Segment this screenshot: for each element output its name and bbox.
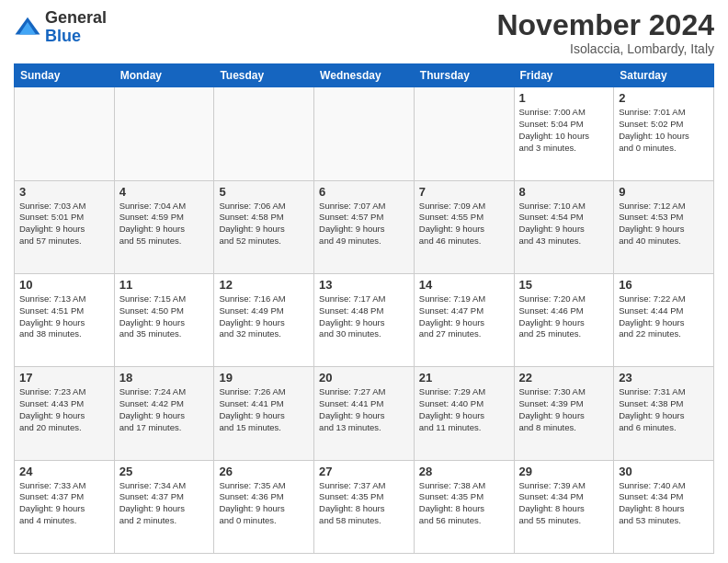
day-number: 23 xyxy=(619,371,709,385)
weekday-header-thursday: Thursday xyxy=(414,64,514,87)
weekday-header-row: SundayMondayTuesdayWednesdayThursdayFrid… xyxy=(15,64,714,87)
day-number: 1 xyxy=(519,91,609,105)
day-info: Sunrise: 7:37 AM Sunset: 4:35 PM Dayligh… xyxy=(319,480,409,527)
week-row-4: 17Sunrise: 7:23 AM Sunset: 4:43 PM Dayli… xyxy=(15,367,714,460)
calendar-cell: 8Sunrise: 7:10 AM Sunset: 4:54 PM Daylig… xyxy=(514,180,614,273)
day-number: 29 xyxy=(519,465,609,478)
calendar-cell: 4Sunrise: 7:04 AM Sunset: 4:59 PM Daylig… xyxy=(114,180,214,273)
weekday-header-saturday: Saturday xyxy=(614,64,714,87)
logo-text: General Blue xyxy=(45,9,107,46)
day-info: Sunrise: 7:35 AM Sunset: 4:36 PM Dayligh… xyxy=(219,480,309,527)
day-info: Sunrise: 7:19 AM Sunset: 4:47 PM Dayligh… xyxy=(419,293,509,340)
day-info: Sunrise: 7:33 AM Sunset: 4:37 PM Dayligh… xyxy=(19,480,109,527)
calendar-cell: 22Sunrise: 7:30 AM Sunset: 4:39 PM Dayli… xyxy=(514,367,614,460)
day-info: Sunrise: 7:17 AM Sunset: 4:48 PM Dayligh… xyxy=(319,293,409,340)
week-row-2: 3Sunrise: 7:03 AM Sunset: 5:01 PM Daylig… xyxy=(15,180,714,273)
day-info: Sunrise: 7:27 AM Sunset: 4:41 PM Dayligh… xyxy=(319,386,409,433)
day-info: Sunrise: 7:01 AM Sunset: 5:02 PM Dayligh… xyxy=(619,107,709,154)
day-info: Sunrise: 7:03 AM Sunset: 5:01 PM Dayligh… xyxy=(19,201,109,247)
day-number: 3 xyxy=(19,185,109,199)
day-number: 15 xyxy=(519,278,609,292)
day-info: Sunrise: 7:15 AM Sunset: 4:50 PM Dayligh… xyxy=(119,293,210,340)
calendar-cell xyxy=(214,87,314,180)
weekday-header-wednesday: Wednesday xyxy=(314,64,415,87)
day-info: Sunrise: 7:13 AM Sunset: 4:51 PM Dayligh… xyxy=(19,293,109,340)
calendar-cell: 2Sunrise: 7:01 AM Sunset: 5:02 PM Daylig… xyxy=(614,87,714,180)
day-number: 21 xyxy=(419,371,509,385)
calendar-cell: 27Sunrise: 7:37 AM Sunset: 4:35 PM Dayli… xyxy=(314,460,415,553)
day-number: 27 xyxy=(319,465,409,478)
logo-icon xyxy=(14,14,41,41)
calendar-cell: 1Sunrise: 7:00 AM Sunset: 5:04 PM Daylig… xyxy=(514,87,614,180)
day-number: 18 xyxy=(119,371,210,385)
day-number: 9 xyxy=(619,185,709,199)
day-number: 4 xyxy=(119,185,210,199)
day-info: Sunrise: 7:12 AM Sunset: 4:53 PM Dayligh… xyxy=(619,201,709,247)
day-number: 30 xyxy=(619,465,709,478)
day-info: Sunrise: 7:06 AM Sunset: 4:58 PM Dayligh… xyxy=(219,201,309,247)
day-number: 2 xyxy=(619,91,709,105)
weekday-header-tuesday: Tuesday xyxy=(214,64,314,87)
calendar-cell: 5Sunrise: 7:06 AM Sunset: 4:58 PM Daylig… xyxy=(214,180,314,273)
page: General Blue November 2024 Isolaccia, Lo… xyxy=(0,0,728,563)
day-number: 14 xyxy=(419,278,509,292)
calendar-cell: 21Sunrise: 7:29 AM Sunset: 4:40 PM Dayli… xyxy=(414,367,514,460)
week-row-5: 24Sunrise: 7:33 AM Sunset: 4:37 PM Dayli… xyxy=(15,460,714,553)
calendar-cell: 16Sunrise: 7:22 AM Sunset: 4:44 PM Dayli… xyxy=(614,273,714,366)
day-number: 25 xyxy=(119,465,210,478)
calendar-cell: 18Sunrise: 7:24 AM Sunset: 4:42 PM Dayli… xyxy=(114,367,214,460)
day-number: 22 xyxy=(519,371,609,385)
day-number: 17 xyxy=(19,371,109,385)
day-number: 11 xyxy=(119,278,210,292)
day-number: 12 xyxy=(219,278,309,292)
location: Isolaccia, Lombardy, Italy xyxy=(496,41,714,56)
day-number: 20 xyxy=(319,371,409,385)
calendar-cell xyxy=(114,87,214,180)
calendar-cell: 25Sunrise: 7:34 AM Sunset: 4:37 PM Dayli… xyxy=(114,460,214,553)
calendar-cell: 26Sunrise: 7:35 AM Sunset: 4:36 PM Dayli… xyxy=(214,460,314,553)
day-info: Sunrise: 7:07 AM Sunset: 4:57 PM Dayligh… xyxy=(319,201,409,247)
calendar-cell: 6Sunrise: 7:07 AM Sunset: 4:57 PM Daylig… xyxy=(314,180,415,273)
day-number: 8 xyxy=(519,185,609,199)
calendar-cell: 19Sunrise: 7:26 AM Sunset: 4:41 PM Dayli… xyxy=(214,367,314,460)
calendar-cell: 24Sunrise: 7:33 AM Sunset: 4:37 PM Dayli… xyxy=(15,460,115,553)
weekday-header-sunday: Sunday xyxy=(15,64,115,87)
day-info: Sunrise: 7:10 AM Sunset: 4:54 PM Dayligh… xyxy=(519,201,609,247)
logo: General Blue xyxy=(14,9,107,46)
day-info: Sunrise: 7:30 AM Sunset: 4:39 PM Dayligh… xyxy=(519,386,609,433)
day-info: Sunrise: 7:22 AM Sunset: 4:44 PM Dayligh… xyxy=(619,293,709,340)
day-info: Sunrise: 7:09 AM Sunset: 4:55 PM Dayligh… xyxy=(419,201,509,247)
day-number: 19 xyxy=(219,371,309,385)
calendar-cell: 3Sunrise: 7:03 AM Sunset: 5:01 PM Daylig… xyxy=(15,180,115,273)
logo-blue: Blue xyxy=(45,28,107,46)
day-info: Sunrise: 7:39 AM Sunset: 4:34 PM Dayligh… xyxy=(519,480,609,527)
calendar-cell: 9Sunrise: 7:12 AM Sunset: 4:53 PM Daylig… xyxy=(614,180,714,273)
calendar-cell: 10Sunrise: 7:13 AM Sunset: 4:51 PM Dayli… xyxy=(15,273,115,366)
calendar-cell: 13Sunrise: 7:17 AM Sunset: 4:48 PM Dayli… xyxy=(314,273,415,366)
day-info: Sunrise: 7:00 AM Sunset: 5:04 PM Dayligh… xyxy=(519,107,609,154)
day-info: Sunrise: 7:38 AM Sunset: 4:35 PM Dayligh… xyxy=(419,480,509,527)
day-number: 26 xyxy=(219,465,309,478)
calendar-cell: 20Sunrise: 7:27 AM Sunset: 4:41 PM Dayli… xyxy=(314,367,415,460)
day-info: Sunrise: 7:26 AM Sunset: 4:41 PM Dayligh… xyxy=(219,386,309,433)
day-number: 13 xyxy=(319,278,409,292)
day-number: 6 xyxy=(319,185,409,199)
calendar-cell: 28Sunrise: 7:38 AM Sunset: 4:35 PM Dayli… xyxy=(414,460,514,553)
day-info: Sunrise: 7:23 AM Sunset: 4:43 PM Dayligh… xyxy=(19,386,109,433)
day-info: Sunrise: 7:04 AM Sunset: 4:59 PM Dayligh… xyxy=(119,201,210,247)
day-info: Sunrise: 7:40 AM Sunset: 4:34 PM Dayligh… xyxy=(619,480,709,527)
day-info: Sunrise: 7:29 AM Sunset: 4:40 PM Dayligh… xyxy=(419,386,509,433)
day-info: Sunrise: 7:34 AM Sunset: 4:37 PM Dayligh… xyxy=(119,480,210,527)
calendar-cell xyxy=(414,87,514,180)
calendar-cell: 29Sunrise: 7:39 AM Sunset: 4:34 PM Dayli… xyxy=(514,460,614,553)
day-info: Sunrise: 7:20 AM Sunset: 4:46 PM Dayligh… xyxy=(519,293,609,340)
day-number: 7 xyxy=(419,185,509,199)
day-info: Sunrise: 7:31 AM Sunset: 4:38 PM Dayligh… xyxy=(619,386,709,433)
day-number: 10 xyxy=(19,278,109,292)
calendar-cell: 12Sunrise: 7:16 AM Sunset: 4:49 PM Dayli… xyxy=(214,273,314,366)
header: General Blue November 2024 Isolaccia, Lo… xyxy=(14,9,714,56)
calendar-cell: 14Sunrise: 7:19 AM Sunset: 4:47 PM Dayli… xyxy=(414,273,514,366)
weekday-header-monday: Monday xyxy=(114,64,214,87)
day-info: Sunrise: 7:16 AM Sunset: 4:49 PM Dayligh… xyxy=(219,293,309,340)
day-number: 28 xyxy=(419,465,509,478)
